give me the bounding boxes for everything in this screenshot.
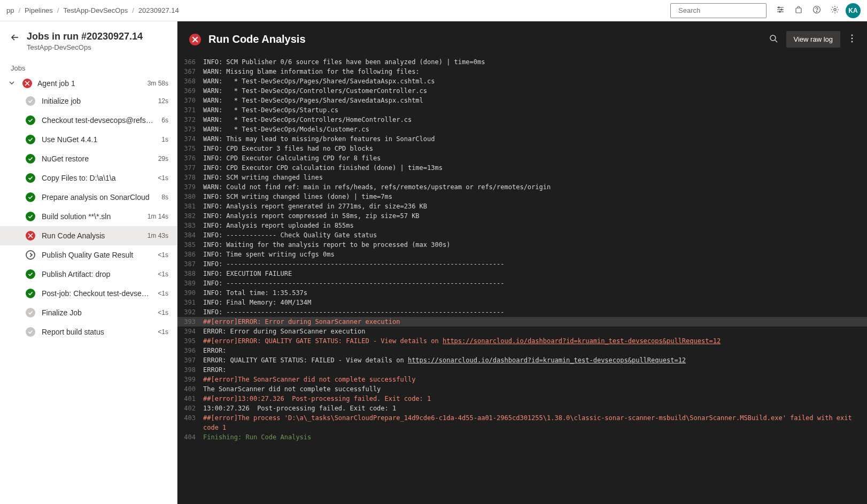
step-row[interactable]: Finalize Job<1s (0, 303, 177, 322)
svg-point-10 (816, 11, 817, 12)
step-label: Post-job: Checkout test-devseco... (42, 289, 151, 298)
log-body[interactable]: 366INFO: SCM Publisher 0/6 source files … (177, 57, 867, 504)
view-raw-log-button[interactable]: View raw log (786, 31, 840, 48)
breadcrumb-item[interactable]: TestApp-DevSecOps (63, 6, 128, 14)
log-line: 390INFO: Total time: 1:35.537s (177, 288, 867, 298)
search-box[interactable] (670, 3, 767, 18)
log-line-text: ERROR: Error during SonarScanner executi… (203, 327, 867, 336)
step-status-icon (26, 115, 35, 125)
step-label: Report build status (42, 328, 151, 336)
step-duration: 8s (161, 193, 168, 201)
filter-icon[interactable] (776, 5, 785, 15)
log-line-text: ERROR: (203, 346, 867, 355)
log-line: 394ERROR: Error during SonarScanner exec… (177, 327, 867, 336)
log-line: 401##[error]13:00:27.326 Post-processing… (177, 394, 867, 404)
log-line-number: 397 (177, 355, 203, 365)
step-row[interactable]: Report build status<1s (0, 322, 177, 342)
log-line: 382INFO: Analysis report compressed in 5… (177, 211, 867, 221)
step-status-icon (26, 231, 35, 241)
search-input[interactable] (678, 6, 768, 14)
log-line-text: WARN: * Test-DevSecOps/Pages/Shared/Save… (203, 76, 867, 86)
log-line: 370WARN: * Test-DevSecOps/Pages/Shared/S… (177, 96, 867, 105)
log-line: 372WARN: * Test-DevSecOps/Controllers/Ho… (177, 115, 867, 125)
log-link[interactable]: https://sonarcloud.io/dashboard?id=kruam… (408, 356, 686, 364)
log-line-text: INFO: Analysis report uploaded in 855ms (203, 221, 867, 230)
log-line-number: 367 (177, 67, 203, 76)
step-label: Copy Files to: D:\a\1\a (42, 174, 151, 182)
settings-icon[interactable] (831, 5, 839, 15)
svg-point-13 (770, 35, 776, 41)
log-line-text: INFO: SCM Publisher 0/6 source files hav… (203, 57, 867, 67)
more-menu-icon[interactable] (849, 32, 855, 46)
step-row[interactable]: Initialize job12s (0, 91, 177, 111)
step-status-icon (26, 154, 35, 164)
log-line-number: 376 (177, 153, 203, 163)
log-line: 404Finishing: Run Code Analysis (177, 432, 867, 442)
step-duration: 1s (161, 136, 168, 143)
log-line: 391INFO: Final Memory: 40M/134M (177, 298, 867, 307)
step-row[interactable]: Prepare analysis on SonarCloud8s (0, 188, 177, 207)
log-line-text: INFO: CPD Executor Calculating CPD for 8… (203, 153, 867, 163)
job-duration: 3m 58s (148, 80, 168, 87)
log-line: 385INFO: Waiting for the analysis report… (177, 240, 867, 250)
log-search-icon[interactable] (769, 34, 778, 44)
log-line-text: ERROR: QUALITY GATE STATUS: FAILED - Vie… (203, 355, 867, 365)
step-status-icon (26, 327, 35, 337)
log-line-text: INFO: ----------------------------------… (203, 259, 867, 269)
help-icon[interactable] (812, 5, 821, 15)
log-status-error-icon (189, 34, 201, 45)
log-link[interactable]: https://sonarcloud.io/dashboard?id=kruam… (443, 337, 721, 345)
user-avatar[interactable]: KA (846, 3, 861, 18)
step-row[interactable]: Publish Quality Gate Result<1s (0, 245, 177, 265)
step-status-icon (26, 250, 35, 260)
log-line-text: WARN: Could not find ref: main in refs/h… (203, 182, 867, 192)
log-line: 383INFO: Analysis report uploaded in 855… (177, 221, 867, 230)
step-row[interactable]: Post-job: Checkout test-devseco...<1s (0, 284, 177, 303)
log-line: 380INFO: SCM writing changed lines (done… (177, 192, 867, 201)
log-line: 399##[error]The SonarScanner did not com… (177, 375, 867, 384)
step-row[interactable]: Run Code Analysis1m 43s (0, 226, 177, 245)
log-line-text: ##[error]13:00:27.326 Post-processing fa… (203, 394, 867, 404)
log-line-number: 393 (177, 317, 203, 327)
step-row[interactable]: Use NuGet 4.4.11s (0, 130, 177, 149)
log-line: 388INFO: EXECUTION FAILURE (177, 269, 867, 278)
step-row[interactable]: Publish Artifact: drop<1s (0, 265, 177, 284)
log-line: 378INFO: SCM writing changed lines (177, 173, 867, 182)
svg-rect-8 (796, 8, 801, 13)
step-row[interactable]: Copy Files to: D:\a\1\a<1s (0, 168, 177, 188)
log-line-text: INFO: CPD Executor 3 files had no CPD bl… (203, 144, 867, 153)
step-label: Publish Artifact: drop (42, 270, 151, 278)
log-line-number: 366 (177, 57, 203, 67)
log-line-number: 404 (177, 432, 203, 442)
log-line-text: The SonarScanner did not complete succes… (203, 384, 867, 394)
step-duration: 6s (161, 117, 168, 124)
log-line: 403##[error]The process 'D:\a\_tasks\Son… (177, 413, 867, 432)
step-duration: <1s (158, 174, 168, 182)
step-status-icon (26, 212, 35, 221)
breadcrumb-item[interactable]: pp (6, 6, 14, 14)
back-arrow-icon[interactable] (11, 33, 19, 43)
chevron-down-icon (9, 79, 17, 88)
step-status-icon (26, 135, 35, 144)
step-row[interactable]: Build solution **\*.sln1m 14s (0, 207, 177, 226)
log-line-text: INFO: ----------------------------------… (203, 278, 867, 288)
breadcrumb-item[interactable]: 20230927.14 (138, 6, 179, 14)
log-line: 376INFO: CPD Executor Calculating CPD fo… (177, 153, 867, 163)
bag-icon[interactable] (794, 5, 803, 15)
log-line: 397ERROR: QUALITY GATE STATUS: FAILED - … (177, 355, 867, 365)
log-line-text: WARN: This may lead to missing/broken fe… (203, 134, 867, 144)
log-line-number: 390 (177, 288, 203, 298)
step-row[interactable]: NuGet restore29s (0, 149, 177, 168)
log-line: 374WARN: This may lead to missing/broken… (177, 134, 867, 144)
svg-line-14 (775, 40, 777, 42)
log-line-number: 387 (177, 259, 203, 269)
log-line: 392INFO: -------------------------------… (177, 307, 867, 317)
log-line-text: Finishing: Run Code Analysis (203, 432, 867, 442)
step-row[interactable]: Checkout test-devsecops@refs/p...6s (0, 111, 177, 130)
svg-point-17 (851, 41, 853, 43)
breadcrumb-item[interactable]: Pipelines (25, 6, 53, 14)
log-pane: Run Code Analysis View raw log 366INFO: … (177, 21, 867, 504)
log-line: 386INFO: Time spent writing ucfgs 0ms (177, 250, 867, 259)
job-row[interactable]: Agent job 1 3m 58s (0, 75, 177, 91)
log-line-text: ##[error]ERROR: Error during SonarScanne… (203, 317, 867, 327)
